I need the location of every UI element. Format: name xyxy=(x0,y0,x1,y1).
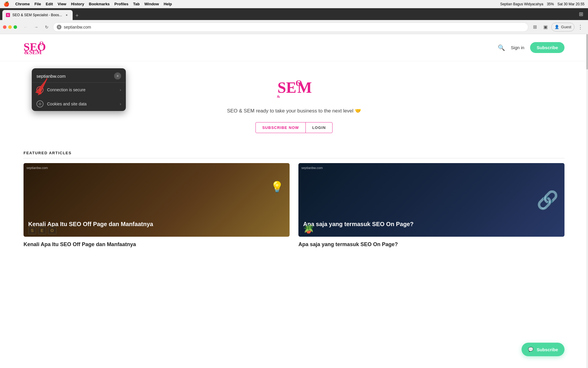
tab-favicon: S xyxy=(6,13,10,17)
url-display: septianbw.com xyxy=(64,25,524,29)
floating-subscribe-label: Subscribe xyxy=(537,347,558,352)
featured-title: FEATURED ARTICLES xyxy=(24,151,564,158)
article-card-2[interactable]: septianbw.com Apa saja yang termasuk SEO… xyxy=(298,163,564,248)
chrome-menu[interactable]: Chrome xyxy=(15,2,30,6)
profile-icon: 👤 xyxy=(554,25,559,29)
history-menu[interactable]: History xyxy=(71,2,84,6)
header-subscribe-button[interactable]: Subscribe xyxy=(530,42,564,53)
new-tab-button[interactable]: + xyxy=(74,11,80,20)
profiles-menu[interactable]: Profiles xyxy=(114,2,128,6)
connection-arrow-icon: › xyxy=(120,87,121,92)
article-thumb-icon-1: 💡 xyxy=(270,181,284,193)
maximize-window-button[interactable] xyxy=(14,25,17,29)
site-logo-svg: SEO &SEM O xyxy=(24,39,50,55)
svg-text:O: O xyxy=(39,41,44,47)
profile-button[interactable]: 👤 Guest xyxy=(551,23,574,32)
site-search-button[interactable]: 🔍 xyxy=(498,44,505,51)
dropdown-domain: septianbw.com xyxy=(36,74,66,79)
webpage: SEO &SEM O 🔍 Sign in Subscribe SE M O & … xyxy=(0,34,588,368)
article-thumb-title-1: Kenali Apa Itu SEO Off Page dan Manfaatn… xyxy=(28,220,285,228)
connection-secure-text: Connection is secure xyxy=(47,87,116,92)
dropdown-header: septianbw.com × xyxy=(32,68,126,83)
toolbar: ← → ↻ S septianbw.com ⊞ ▣ 👤 Guest ⋮ xyxy=(0,20,588,34)
page-info-dropdown: septianbw.com × 🔒 Connection is secure ›… xyxy=(32,68,126,111)
lock-icon: 🔒 xyxy=(36,86,44,93)
window-controls xyxy=(3,25,17,29)
site-header-right: 🔍 Sign in Subscribe xyxy=(498,42,564,53)
menubar-battery: 35% xyxy=(547,2,554,6)
menubar-datetime: Sat 30 Mar 20.55 xyxy=(557,2,584,6)
article-card-title-1: Kenali Apa Itu SEO Off Page dan Manfaatn… xyxy=(24,241,290,248)
hero-tagline: SEO & SEM ready to take your business to… xyxy=(227,108,361,114)
article-thumbnail-2: septianbw.com Apa saja yang termasuk SEO… xyxy=(298,163,564,237)
profile-label: Guest xyxy=(561,25,571,29)
cookies-site-data-text: Cookies and site data xyxy=(47,102,116,106)
tabs-menu-button[interactable]: ⊞ xyxy=(576,9,586,19)
minimize-window-button[interactable] xyxy=(8,25,12,29)
scrollbar[interactable] xyxy=(586,34,588,368)
view-menu[interactable]: View xyxy=(58,2,66,6)
article-card-1[interactable]: septianbw.com Kenali Apa Itu SEO Off Pag… xyxy=(24,163,290,248)
toolbar-right: ⊞ ▣ 👤 Guest ⋮ xyxy=(530,22,585,32)
hero-buttons: SUBSCRIBE NOW LOGIN xyxy=(255,122,333,133)
chrome-menu-button[interactable]: ⋮ xyxy=(576,22,585,32)
tab-close-button[interactable]: × xyxy=(64,13,69,17)
dropdown-close-button[interactable]: × xyxy=(114,72,121,79)
scrollbar-thumb[interactable] xyxy=(586,34,588,69)
hero-logo: SE M O & xyxy=(276,76,312,101)
cookies-icon: ⊙ xyxy=(36,100,44,107)
site-favicon: S xyxy=(57,25,61,29)
svg-text:&SEM: &SEM xyxy=(24,49,42,55)
dropdown-item-cookies[interactable]: ⊙ Cookies and site data › xyxy=(32,97,126,111)
seo-blocks-decor: S E O xyxy=(28,227,56,234)
address-bar[interactable]: S septianbw.com xyxy=(53,22,528,32)
site-logo: SEO &SEM O xyxy=(24,39,50,56)
apple-menu[interactable]: 🍎 xyxy=(4,1,9,7)
macos-menubar: 🍎 Chrome File Edit View History Bookmark… xyxy=(0,0,588,8)
browser-chrome: S SEO & SEM Specialist - Boos... × + ⊞ ←… xyxy=(0,8,588,34)
hero-logo-svg: SE M O & xyxy=(276,76,312,100)
article-thumb-label-2: septianbw.com xyxy=(301,166,323,170)
article-card-title-2: Apa saja yang termasuk SEO On Page? xyxy=(298,241,564,248)
edit-menu[interactable]: Edit xyxy=(46,2,53,6)
plant-decor: 🪴 xyxy=(303,223,314,234)
sidebar-button[interactable]: ▣ xyxy=(541,22,550,32)
menubar-right: Septian Bagus Widyacahya 35% Sat 30 Mar … xyxy=(500,2,584,6)
tab-active[interactable]: S SEO & SEM Specialist - Boos... × xyxy=(2,10,73,20)
article-thumbnail-1: septianbw.com Kenali Apa Itu SEO Off Pag… xyxy=(24,163,290,237)
floating-subscribe-button[interactable]: 💬 Subscribe xyxy=(522,343,564,356)
sign-in-button[interactable]: Sign in xyxy=(511,45,524,50)
window-menu[interactable]: Window xyxy=(144,2,159,6)
close-window-button[interactable] xyxy=(3,25,6,29)
svg-text:&: & xyxy=(277,94,280,99)
tab-bar: S SEO & SEM Specialist - Boos... × + ⊞ xyxy=(0,8,588,20)
menubar-user: Septian Bagus Widyacahya xyxy=(500,2,543,6)
help-menu[interactable]: Help xyxy=(164,2,172,6)
refresh-button[interactable]: ↻ xyxy=(42,23,51,32)
tab-menu[interactable]: Tab xyxy=(133,2,140,6)
tab-title: SEO & SEM Specialist - Boos... xyxy=(12,13,62,17)
article-thumb-icon-2: 🔗 xyxy=(537,190,559,210)
article-thumb-label-1: septianbw.com xyxy=(26,166,48,170)
article-thumb-title-2: Apa saja yang termasuk SEO On Page? xyxy=(303,220,560,228)
dropdown-item-connection[interactable]: 🔒 Connection is secure › xyxy=(32,83,126,97)
featured-section: FEATURED ARTICLES septianbw.com Kenali A… xyxy=(0,142,588,248)
svg-text:SE: SE xyxy=(278,79,296,96)
articles-grid: septianbw.com Kenali Apa Itu SEO Off Pag… xyxy=(24,163,564,248)
site-header: SEO &SEM O 🔍 Sign in Subscribe xyxy=(0,34,588,61)
back-button[interactable]: ← xyxy=(21,23,30,32)
svg-text:O: O xyxy=(295,79,302,88)
file-menu[interactable]: File xyxy=(34,2,41,6)
bookmarks-menu[interactable]: Bookmarks xyxy=(89,2,110,6)
forward-button[interactable]: → xyxy=(32,23,41,32)
hero-subscribe-button[interactable]: SUBSCRIBE NOW xyxy=(256,122,306,133)
cookies-arrow-icon: › xyxy=(120,102,121,106)
extensions-button[interactable]: ⊞ xyxy=(530,22,539,32)
hero-login-button[interactable]: LOGIN xyxy=(306,122,332,133)
floating-subscribe-icon: 💬 xyxy=(528,347,534,352)
